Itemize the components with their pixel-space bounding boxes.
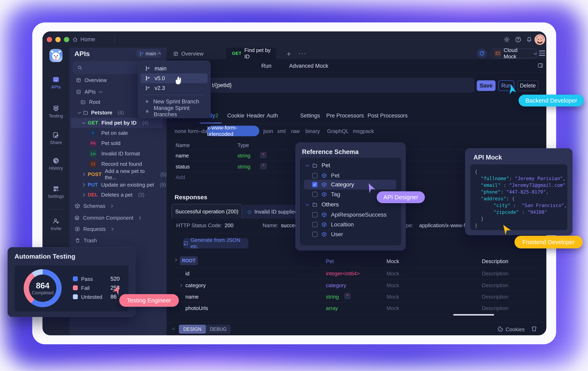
sidebar-item-trash[interactable]: Trash <box>69 235 167 246</box>
workspace-avatar[interactable] <box>49 49 63 62</box>
branch-option-v5-selected[interactable]: v5.0 <box>141 73 208 83</box>
tab-pre-processors[interactable]: Pre Processors <box>326 113 364 119</box>
cloud-mock-selector[interactable]: Cl Cloud Mock <box>491 49 536 58</box>
bell-icon[interactable] <box>526 36 533 43</box>
checkbox-unchecked[interactable] <box>312 173 317 178</box>
tab-post-processors[interactable]: Post Processors <box>368 113 408 119</box>
schema-item-pet[interactable]: Pet <box>312 171 339 180</box>
tree-item-record-not-found[interactable]: Cl Record not found <box>69 159 167 169</box>
sidebar-item-history[interactable]: History <box>42 157 69 171</box>
description-placeholder[interactable]: Description <box>482 305 508 311</box>
schema-field-type[interactable]: category <box>326 282 346 289</box>
checkbox-unchecked[interactable] <box>312 222 317 227</box>
add-tab-button[interactable]: + <box>287 50 291 58</box>
schema-root-type[interactable]: Pet <box>326 258 334 265</box>
design-toggle-active[interactable]: DESIGN <box>179 325 206 334</box>
tshirt-icon[interactable] <box>531 326 537 332</box>
sidebar-item-share[interactable]: Share <box>42 131 69 145</box>
tab-settings[interactable]: Settings <box>300 113 320 119</box>
close-window-button[interactable] <box>47 37 52 42</box>
schema-group-pet[interactable]: Pet <box>306 160 330 170</box>
tree-item-pet-sold[interactable]: Pe Pet sold <box>69 138 167 148</box>
delete-button[interactable]: Delete <box>517 80 538 91</box>
mock-placeholder[interactable]: Mock <box>387 282 399 289</box>
body-type-urlencoded-active[interactable]: x-www-form-urlencoded <box>207 126 259 136</box>
tree-item-pet-on-sale[interactable]: Pet on sale <box>69 128 167 138</box>
schema-field-name[interactable]: name <box>185 294 199 300</box>
tree-item-del-deletes-pet[interactable]: DEL Deletes a pet (3) <box>69 190 167 200</box>
chevron-right-icon[interactable] <box>174 258 177 262</box>
param-row-status[interactable]: status <box>176 164 190 170</box>
description-placeholder[interactable]: Description <box>482 282 508 289</box>
tree-item-invalid-id[interactable]: Lo Invalid ID format <box>69 149 167 159</box>
gear-icon[interactable] <box>504 36 510 43</box>
sidebar-item-testing[interactable]: Testing <box>42 105 69 119</box>
schema-item-tag[interactable]: Tag <box>312 190 340 199</box>
branch-option-v2[interactable]: v2.3 <box>141 83 208 93</box>
param-type[interactable]: string <box>237 152 251 159</box>
param-row-name[interactable]: name <box>176 152 189 159</box>
body-type-none[interactable]: none <box>175 128 186 134</box>
sidebar-item-apis[interactable]: APIs <box>42 76 69 90</box>
description-placeholder[interactable]: Description <box>482 294 508 300</box>
schema-item-localtion[interactable]: Localtion <box>312 220 354 230</box>
schema-field-type[interactable]: string <box>326 294 339 300</box>
body-type-msgpack[interactable]: msgpack <box>353 128 374 134</box>
body-type-xml[interactable]: xml <box>277 128 285 134</box>
sidebar-item-schemas[interactable]: Schemas <box>69 201 167 211</box>
checkbox-checked[interactable]: ✓ <box>312 182 317 187</box>
param-type[interactable]: string <box>237 164 251 170</box>
body-type-raw[interactable]: raw <box>291 128 300 134</box>
tab-find-pet-by-id-active[interactable]: GET Find pet by ID <box>226 48 276 59</box>
chevron-right-icon[interactable] <box>180 283 182 287</box>
checkbox-unchecked[interactable] <box>312 192 317 197</box>
layout-toggle-icon[interactable] <box>537 62 544 69</box>
schema-field-name[interactable]: id <box>185 271 189 277</box>
checkbox-unchecked[interactable] <box>312 212 317 217</box>
sync-icon[interactable] <box>477 49 487 58</box>
body-type-binary[interactable]: binary <box>305 128 320 134</box>
description-placeholder[interactable]: Description <box>482 271 508 277</box>
tab-advanced-mock[interactable]: Advanced Mock <box>289 63 328 69</box>
tab-overview[interactable]: Overview <box>173 50 203 57</box>
sidebar-item-settings[interactable]: Settings <box>42 185 69 199</box>
collapse-icon[interactable]: « <box>172 325 175 332</box>
schema-item-apiresponsesuccess[interactable]: ApiResponseSuccess <box>312 210 387 220</box>
tab-auth[interactable]: Auth <box>267 113 278 119</box>
checkbox-unchecked[interactable] <box>312 232 317 237</box>
body-type-graphql[interactable]: GraphQL <box>327 128 349 134</box>
add-row-button[interactable]: Add <box>176 174 185 180</box>
menu-icon[interactable] <box>539 50 545 56</box>
save-button[interactable]: Save <box>477 80 495 91</box>
avatar[interactable] <box>535 34 545 45</box>
schema-group-others[interactable]: Others <box>306 200 339 210</box>
schema-item-category-checked[interactable]: ✓ Category <box>312 180 354 190</box>
tree-item-put-update-pet[interactable]: PUT Update an existing pet (9) <box>69 180 167 190</box>
maximize-window-button[interactable] <box>64 37 69 42</box>
mock-placeholder[interactable]: Mock <box>387 271 399 277</box>
schema-field-name[interactable]: category <box>185 282 206 289</box>
branch-option-main[interactable]: main <box>141 64 208 73</box>
schema-field-type[interactable]: integer<int64> <box>326 271 360 277</box>
manage-sprint-branches-item[interactable]: Manage Sprint Branches <box>141 106 208 116</box>
cookies-label[interactable]: Cookies <box>505 326 525 333</box>
schema-field-name[interactable]: photoUrls <box>185 305 208 311</box>
help-icon[interactable] <box>515 36 521 43</box>
minimize-window-button[interactable] <box>55 37 61 42</box>
response-tab-success[interactable]: Successful operation (200) <box>171 204 242 219</box>
home-label[interactable]: Home <box>80 36 95 43</box>
schema-item-user[interactable]: User <box>312 230 343 239</box>
tab-cookie[interactable]: Cookie <box>227 113 244 119</box>
debug-toggle[interactable]: DEBUG <box>206 325 231 334</box>
tab-header[interactable]: Header <box>247 113 265 119</box>
more-tabs-button[interactable]: ··· <box>298 49 307 58</box>
sidebar-item-invite[interactable]: Invite <box>42 217 69 231</box>
mock-placeholder[interactable]: Mock <box>387 294 399 300</box>
tree-item-post-add-pet[interactable]: POST Add a new pet to the... (5) <box>69 169 167 180</box>
schema-field-type[interactable]: array <box>326 305 338 311</box>
sidebar-item-requests[interactable]: Requests <box>69 224 167 234</box>
home-icon[interactable] <box>72 37 78 42</box>
generate-from-json-button[interactable]: Generate from JSON etc. <box>183 238 248 248</box>
horizontal-scrollbar[interactable] <box>453 314 494 316</box>
branch-selector-button[interactable]: main <box>136 50 161 58</box>
